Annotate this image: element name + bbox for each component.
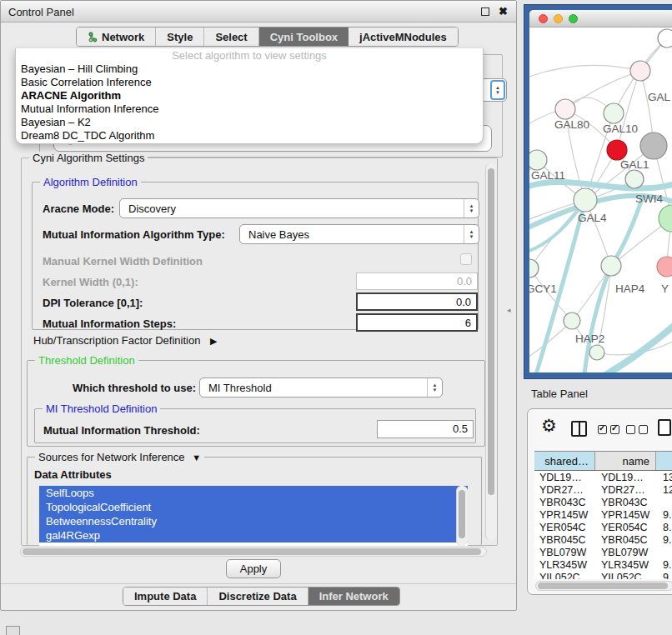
kernel-width-field[interactable]: 0.0 [356,272,478,290]
node-selected-red[interactable] [607,140,627,160]
node-gal11[interactable] [529,150,547,170]
node-hap2[interactable] [564,312,580,329]
node-green[interactable] [659,205,672,232]
sources-group-title[interactable]: Sources for Network Inference ▼ [35,451,204,463]
table-row[interactable]: YDR27… YDR27… 12 [534,483,672,496]
table-row[interactable]: YBL079W YBL079W [534,546,672,558]
network-icon [88,32,98,42]
dropdown-item[interactable]: Basic Correlation Inference [16,76,483,89]
tab-jactivemnodules[interactable]: jActiveMNodules [349,28,458,46]
scrollbar-thumb[interactable] [488,168,494,495]
minimized-panel-icon[interactable] [6,626,20,635]
scrollbar-thumb[interactable] [23,548,481,555]
dpi-tolerance-label: DPI Tolerance [0,1]: [43,297,143,309]
node-label: GCY1 [529,282,557,295]
node-hap4[interactable] [601,256,621,276]
gear-icon[interactable]: ⚙ [541,416,557,436]
node-label: HAP2 [575,332,604,345]
settings-vertical-scrollbar[interactable] [485,163,496,540]
hub-definition-toggle[interactable]: Hub/Transcription Factor Definition ▶ [33,334,217,347]
network-view-window[interactable]: GAL GAL80 GAL10 GAL1 GAL11 SWI4 GAL4 GCY… [524,4,672,379]
node[interactable] [589,345,604,360]
mi-threshold-field[interactable]: 0.5 [377,420,474,438]
column-header-name[interactable]: name [595,452,656,470]
attribute-item-selected[interactable]: gal4RGexp [39,528,468,542]
split-columns-icon[interactable] [571,421,587,437]
mac-zoom-icon[interactable] [569,14,578,23]
dropdown-item[interactable]: Bayesian – K2 [16,116,483,129]
node-gray[interactable] [640,132,667,159]
tab-impute-data[interactable]: Impute Data [123,588,208,605]
sources-group: Sources for Network Inference ▼ Data Att… [27,457,482,545]
table-row[interactable]: YBR045C YBR045C 9. [534,533,672,546]
manual-kernel-checkbox[interactable] [460,253,472,265]
mi-steps-field[interactable]: 6 [356,313,478,332]
table-row[interactable]: YER054C YER054C 8. [534,521,672,533]
scrollbar-thumb[interactable] [459,490,465,538]
settings-group-title: Cyni Algorithm Settings [29,152,148,164]
tab-style[interactable]: Style [156,28,204,46]
combo-stepper-icon: ▲▼ [464,225,479,243]
combo-stepper-icon: ▲▼ [464,199,479,218]
dropdown-item-highlighted[interactable]: ARACNE Algorithm [16,89,483,102]
tab-cyni-toolbox[interactable]: Cyni Toolbox [259,28,349,46]
tab-network[interactable]: Network [77,28,156,46]
node-gal10[interactable] [604,103,624,123]
table-panel: ⚙ shared… name A YDL19… YDL19… 13 YDR27…… [527,408,672,595]
node-gcy1[interactable] [529,259,539,278]
column-header-shared-name[interactable]: shared… [534,452,595,470]
control-panel-titlebar: Control Panel ✖ [1,1,516,22]
node-gal1[interactable] [625,170,644,188]
splitter-handle-icon[interactable]: ◂ [507,306,511,314]
list-vertical-scrollbar[interactable] [456,486,468,546]
combo-stepper-icon: ▲▼ [427,378,442,397]
node[interactable] [658,29,672,48]
settings-horizontal-scrollbar[interactable] [20,547,487,557]
tab-select[interactable]: Select [204,28,258,46]
table-row[interactable]: YBR043C YBR043C [534,496,672,508]
table-row[interactable]: YLR345W YLR345W 9. [534,558,672,571]
network-window-titlebar[interactable] [529,10,672,28]
mi-steps-label: Mutual Information Steps: [43,318,176,330]
node-label: GAL10 [603,122,638,135]
dpi-tolerance-field[interactable]: 0.0 [356,292,478,311]
tab-discretize-data[interactable]: Discretize Data [208,588,308,605]
control-panel-tabstrip: Network Style Select Cyni Toolbox jActiv… [76,27,459,47]
table-row[interactable]: YDL19… YDL19… 13 [534,471,672,483]
table-row[interactable]: YIL052C YIL052C 9 [534,571,672,579]
close-icon[interactable]: ✖ [499,5,508,18]
mac-minimize-icon[interactable] [554,14,563,23]
combo-stepper-icon: ▲▼ [490,80,505,100]
attribute-item-selected[interactable]: TopologicalCoefficient [39,500,468,514]
file-icon[interactable] [658,419,671,436]
float-window-icon[interactable] [481,8,489,16]
node-label: GAL [648,91,671,103]
mi-type-combo[interactable]: Naive Bayes ▲▼ [239,224,479,244]
deselect-all-checkboxes-icon[interactable] [626,424,651,437]
node[interactable] [630,61,650,81]
network-canvas[interactable]: GAL GAL80 GAL10 GAL1 GAL11 SWI4 GAL4 GCY… [529,28,672,372]
attribute-item-selected[interactable]: BetweennessCentrality [39,514,468,528]
select-all-checkboxes-icon[interactable] [598,424,623,437]
which-threshold-combo[interactable]: MI Threshold ▲▼ [199,378,443,398]
node-salmon[interactable] [657,257,672,277]
expand-right-icon: ▶ [210,336,217,346]
column-header-partial[interactable]: A [656,452,672,470]
mac-close-icon[interactable] [539,14,548,23]
table-horizontal-scrollbar[interactable] [535,581,672,591]
threshold-definition-title: Threshold Definition [35,354,138,367]
dropdown-item[interactable]: Dream8 DC_TDC Algorithm [16,129,483,142]
node-gal80[interactable] [555,99,575,119]
apply-button[interactable]: Apply [226,559,281,578]
table-row[interactable]: YPR145W YPR145W 9. [534,508,672,521]
dropdown-item[interactable]: Bayesian – Hill Climbing [16,62,483,76]
node-gal4[interactable] [574,188,597,212]
network-graph: GAL GAL80 GAL10 GAL1 GAL11 SWI4 GAL4 GCY… [529,28,672,372]
aracne-mode-combo[interactable]: Discovery ▲▼ [119,198,479,218]
attribute-item-selected[interactable]: SelfLoops [39,486,468,500]
scrollbar-thumb[interactable] [538,582,668,589]
tab-infer-network[interactable]: Infer Network [308,588,399,605]
control-panel-window: Control Panel ✖ Network Style Sel [0,0,517,611]
dropdown-item[interactable]: Mutual Information Inference [16,102,483,116]
algorithm-definition-group: Algorithm Definition Aracne Mode: Discov… [32,182,479,330]
